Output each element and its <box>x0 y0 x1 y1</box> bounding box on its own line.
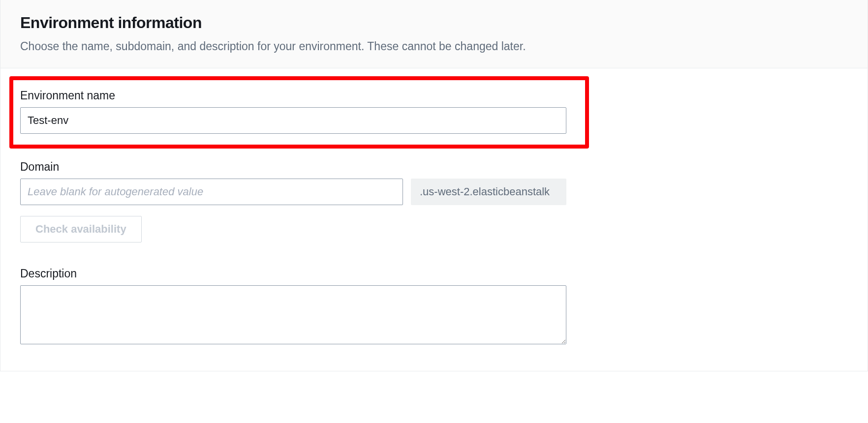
environment-info-panel: Environment information Choose the name,… <box>0 0 868 371</box>
panel-header: Environment information Choose the name,… <box>0 0 868 68</box>
environment-name-label: Environment name <box>20 89 578 102</box>
panel-body: Environment name Domain .us-west-2.elast… <box>0 76 868 371</box>
check-availability-button[interactable]: Check availability <box>20 216 142 242</box>
domain-input[interactable] <box>20 179 403 205</box>
domain-suffix: .us-west-2.elasticbeanstalk <box>411 179 566 205</box>
domain-row: .us-west-2.elasticbeanstalk <box>20 179 566 205</box>
description-textarea[interactable] <box>20 285 566 344</box>
environment-name-input[interactable] <box>20 107 566 134</box>
environment-name-highlight: Environment name <box>9 76 589 149</box>
domain-field-group: Domain .us-west-2.elasticbeanstalk Check… <box>20 160 848 242</box>
domain-label: Domain <box>20 160 848 174</box>
panel-title: Environment information <box>20 14 848 32</box>
description-field-group: Description <box>20 267 848 346</box>
description-label: Description <box>20 267 848 280</box>
panel-description: Choose the name, subdomain, and descript… <box>20 40 848 53</box>
